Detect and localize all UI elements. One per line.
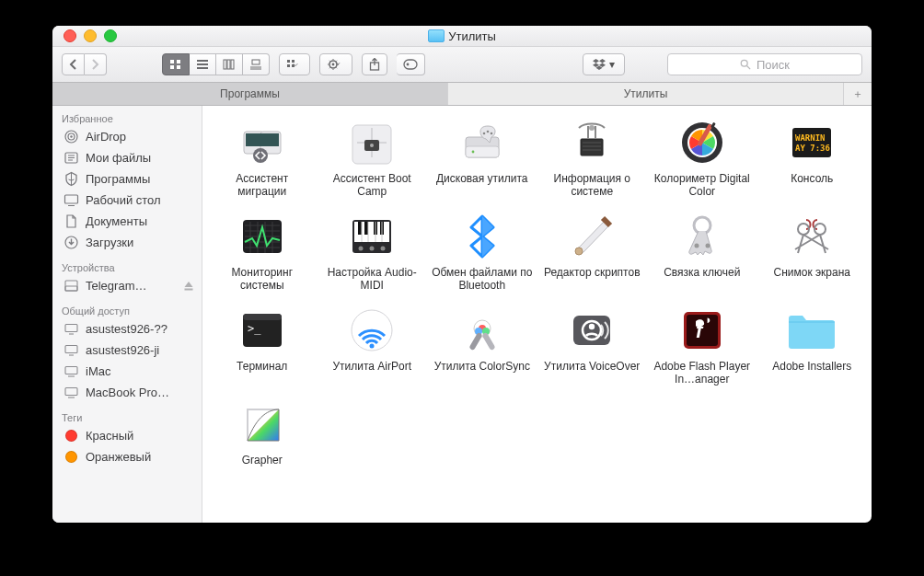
- forward-button[interactable]: [85, 53, 107, 75]
- file-item[interactable]: Обмен файлами по Bluetooth: [432, 211, 533, 292]
- sidebar-item[interactable]: iMac: [52, 361, 202, 382]
- svg-rect-0: [170, 60, 174, 63]
- new-tab-button[interactable]: ＋: [844, 83, 872, 105]
- svg-rect-22: [65, 195, 78, 203]
- svg-point-43: [482, 132, 485, 135]
- back-button[interactable]: [62, 53, 85, 75]
- tab-programs[interactable]: Программы: [52, 83, 448, 105]
- sidebar-item[interactable]: Программы: [52, 168, 202, 190]
- flash-icon: f: [676, 305, 728, 356]
- downloads-icon: [64, 235, 79, 250]
- file-item[interactable]: Утилита AirPort: [322, 305, 423, 386]
- script-icon: [566, 211, 618, 262]
- action-button[interactable]: [319, 53, 352, 75]
- arrange-button[interactable]: [279, 53, 310, 75]
- sidebar-item[interactable]: asustest926-ji: [52, 340, 202, 361]
- view-list-button[interactable]: [190, 53, 216, 75]
- sidebar-item[interactable]: Документы: [52, 211, 202, 232]
- svg-rect-25: [65, 286, 77, 291]
- svg-point-64: [575, 248, 583, 255]
- bootcamp-icon: [346, 117, 398, 168]
- file-label: Grapher: [242, 454, 283, 467]
- tags-button[interactable]: [397, 53, 425, 75]
- svg-rect-71: [243, 314, 282, 320]
- file-label: Обмен файлами по Bluetooth: [432, 266, 533, 292]
- view-icons-button[interactable]: [162, 53, 190, 75]
- svg-point-44: [490, 132, 492, 135]
- file-item[interactable]: WARNINAY 7:36Консоль: [762, 117, 863, 198]
- view-columns-button[interactable]: [216, 53, 243, 75]
- minimize-window-button[interactable]: [84, 29, 97, 42]
- sidebar-item[interactable]: asustest926-??: [52, 318, 202, 340]
- file-item[interactable]: Ассистент Boot Camp: [322, 117, 423, 198]
- view-mode-group: [162, 53, 270, 75]
- svg-point-66: [694, 244, 699, 248]
- share-button[interactable]: [362, 53, 387, 75]
- sidebar-item[interactable]: Загрузки: [52, 232, 202, 253]
- dropbox-button[interactable]: ▾: [583, 53, 625, 75]
- file-item[interactable]: fAdobe Flash Player In…anager: [652, 305, 753, 386]
- file-item[interactable]: >_Терминал: [212, 305, 313, 386]
- sidebar-item-label: Программы: [86, 172, 150, 186]
- sidebar-section-title: Общий доступ: [52, 302, 202, 318]
- file-item[interactable]: Редактор скриптов: [542, 211, 643, 292]
- svg-point-74: [370, 344, 375, 349]
- file-label: Утилита ColorSync: [434, 360, 530, 373]
- eject-icon[interactable]: [183, 281, 194, 292]
- svg-rect-58: [364, 222, 368, 235]
- tag-icon: [64, 428, 79, 444]
- mac-icon: [64, 363, 79, 379]
- sidebar-item-label: asustest926-??: [86, 322, 167, 336]
- svg-point-17: [741, 60, 747, 66]
- file-item[interactable]: Снимок экрана: [762, 211, 863, 292]
- nav-buttons: [62, 53, 107, 75]
- file-grid-view[interactable]: Ассистент миграцииАссистент Boot CampДис…: [202, 106, 872, 523]
- file-item[interactable]: Информация о системе: [542, 117, 643, 198]
- sidebar-item[interactable]: Telegram…: [52, 275, 202, 296]
- sidebar-item[interactable]: Оранжевый: [52, 446, 202, 467]
- sidebar-section-title: Избранное: [52, 109, 202, 126]
- svg-point-46: [589, 125, 595, 131]
- file-label: Снимок экрана: [773, 266, 850, 279]
- file-item[interactable]: Настройка Audio-MIDI: [322, 211, 423, 292]
- file-item[interactable]: Утилита VoiceOver: [542, 305, 643, 386]
- apps-icon: [64, 171, 79, 187]
- diskutil-icon: [456, 117, 508, 168]
- svg-rect-33: [246, 133, 262, 146]
- activity-icon: [237, 211, 288, 262]
- view-coverflow-button[interactable]: [243, 53, 270, 75]
- svg-point-61: [359, 247, 364, 251]
- file-item[interactable]: Связка ключей: [652, 211, 753, 292]
- sidebar-item-label: AirDrop: [86, 130, 126, 144]
- sidebar-item[interactable]: MacBook Pro…: [52, 382, 202, 403]
- svg-rect-6: [231, 60, 234, 69]
- file-item[interactable]: Grapher: [212, 398, 313, 467]
- voiceover-icon: [566, 305, 618, 356]
- colorimeter-icon: [676, 117, 728, 168]
- file-label: Ассистент миграции: [212, 172, 313, 198]
- myfiles-icon: [64, 150, 79, 166]
- sidebar-item[interactable]: Мои файлы: [52, 147, 202, 168]
- file-item[interactable]: Утилита ColorSync: [432, 305, 533, 386]
- file-item[interactable]: Колориметр Digital Color: [652, 117, 753, 198]
- airport-icon: [346, 305, 398, 356]
- sidebar-item[interactable]: Рабочий стол: [52, 190, 202, 211]
- sidebar-item-label: Оранжевый: [86, 450, 151, 464]
- svg-point-38: [370, 144, 374, 147]
- file-item[interactable]: Мониторинг системы: [212, 211, 313, 292]
- zoom-window-button[interactable]: [104, 29, 117, 42]
- file-item[interactable]: Ассистент миграции: [212, 117, 313, 198]
- tab-utilities[interactable]: Утилиты: [448, 83, 844, 105]
- sidebar-item-label: Красный: [86, 429, 133, 443]
- file-item[interactable]: Дисковая утилита: [432, 117, 533, 198]
- sidebar-item[interactable]: Красный: [52, 425, 202, 446]
- close-window-button[interactable]: [64, 29, 76, 42]
- sidebar-item-label: asustest926-ji: [86, 343, 159, 357]
- search-field[interactable]: Поиск: [667, 53, 862, 75]
- audiomidi-icon: [346, 211, 398, 262]
- sidebar-item[interactable]: AirDrop: [52, 126, 202, 147]
- svg-rect-3: [177, 65, 180, 69]
- file-item[interactable]: Adobe Installers: [762, 305, 863, 386]
- svg-text:AY 7:36: AY 7:36: [795, 144, 830, 153]
- sidebar-item-label: Рабочий стол: [86, 193, 161, 207]
